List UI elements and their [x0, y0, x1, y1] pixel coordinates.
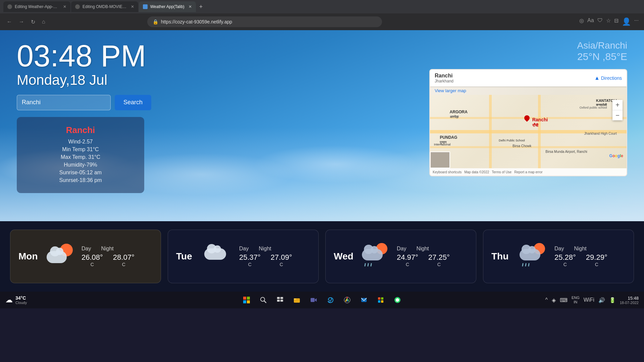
- forecast-temp-row-wed: 24.97° C 27.25° C: [397, 253, 450, 267]
- home-button[interactable]: ⌂: [41, 17, 47, 26]
- start-menu-button[interactable]: [240, 294, 253, 306]
- svg-rect-0: [243, 297, 246, 300]
- map-terms: Terms of Use: [492, 170, 512, 174]
- svg-rect-7: [280, 297, 283, 299]
- photos-button[interactable]: [374, 294, 387, 306]
- chrome-button[interactable]: [341, 294, 354, 306]
- map-thumbnail: [430, 152, 450, 168]
- forecast-night-temp-wed: 27.25° C: [428, 253, 450, 267]
- forecast-temp-row-thu: 25.28° C 29.29° C: [554, 253, 607, 267]
- file-explorer-icon: [293, 297, 300, 303]
- search-button[interactable]: Search: [115, 95, 151, 110]
- favorites-icon[interactable]: ☆: [606, 17, 611, 26]
- forecast-section: Mon Day Night 26.08° C: [0, 221, 644, 292]
- taskbar-weather-widget[interactable]: ☁ 34°C Cloudy: [5, 295, 27, 305]
- search-button-taskbar[interactable]: [257, 294, 270, 306]
- task-view-button[interactable]: [274, 294, 286, 306]
- reader-icon[interactable]: Aa: [587, 17, 594, 26]
- taskbar-condition: Cloudy: [15, 301, 27, 305]
- taskbar-clock[interactable]: 15:48 18-07-2022: [620, 296, 639, 305]
- url-box[interactable]: 🔒 https://cozy-cat-93059e.netlify.app: [147, 16, 382, 27]
- whatsapp-icon: [394, 297, 401, 303]
- svg-line-5: [264, 301, 266, 303]
- map-base: ARGORAअरगोड़ा PUNDAGपुन्दाग Ranchiराँची …: [430, 95, 627, 168]
- tab-1-close[interactable]: ✕: [63, 4, 66, 9]
- svg-rect-6: [277, 297, 280, 299]
- browser-chrome: Editing Weather-App-1-2/READ... ✕ Editin…: [0, 0, 644, 30]
- lang-top: ENG: [572, 296, 580, 300]
- edge-button[interactable]: [324, 294, 337, 306]
- volume-icon[interactable]: 🔊: [598, 297, 605, 303]
- cloud-rain-icon-thu: [520, 243, 546, 266]
- chrome-icon: [344, 297, 351, 303]
- whatsapp-button[interactable]: [391, 294, 404, 306]
- forecast-header-wed: Day Night: [397, 246, 450, 252]
- cloud-icon: [204, 243, 228, 260]
- tab-3-close[interactable]: ✕: [189, 4, 192, 9]
- right-panel: Asia/Ranchi 25°N ,85°E Ranchi Jharkhand: [429, 37, 627, 215]
- new-tab-button[interactable]: +: [197, 3, 206, 10]
- wifi-icon[interactable]: WiFi: [584, 297, 594, 303]
- forecast-card-tue: Tue Day Night 25.37° C 27.09°: [168, 230, 319, 283]
- tab-2[interactable]: Editing OMDB-MOVIE-APP-/RE... ✕: [71, 1, 138, 12]
- shield-icon[interactable]: 🛡: [597, 17, 603, 26]
- map-directions-link[interactable]: ▲ Directions: [594, 75, 622, 81]
- taskbar-weather-icon: ☁: [5, 296, 13, 304]
- cloud-sun-icon: [47, 243, 73, 263]
- language-indicator[interactable]: ENG IN: [572, 296, 580, 304]
- video-call-button[interactable]: [307, 294, 320, 306]
- forecast-night-header-wed: Night: [416, 246, 429, 252]
- map-keyboard-shortcuts: Keyboard shortcuts: [433, 170, 462, 174]
- collections-icon[interactable]: ⊟: [614, 17, 619, 26]
- forecast-night-header-thu: Night: [574, 246, 586, 252]
- refresh-button[interactable]: ↻: [30, 17, 37, 26]
- main-section: 03:48 PM Monday,18 Jul Search Ranchi Win…: [0, 30, 644, 221]
- map-label-ranchi: Ranchiराँची: [532, 117, 548, 128]
- profile-icon[interactable]: 👤: [622, 17, 631, 26]
- svg-rect-2: [243, 300, 246, 303]
- tab-3[interactable]: Weather App(Talib) ✕: [139, 1, 196, 12]
- file-explorer-button[interactable]: [290, 294, 303, 306]
- map-zoom-in-button[interactable]: +: [612, 100, 623, 110]
- rain-drop-3: [370, 263, 372, 266]
- weather-sunrise: Sunrise-05:12 am: [27, 170, 134, 176]
- rain-drop-thu-3: [528, 263, 530, 266]
- forecast-icon-mon: [47, 243, 73, 270]
- map-view-larger-link[interactable]: View larger map: [435, 88, 466, 93]
- mail-button[interactable]: [358, 294, 370, 306]
- forecast-day-tue: Tue: [176, 251, 196, 262]
- location-icon[interactable]: ◎: [579, 17, 584, 26]
- svg-rect-11: [294, 298, 296, 300]
- taskbar-date: 18-07-2022: [620, 301, 639, 305]
- city-search-input[interactable]: [17, 95, 111, 110]
- dropbox-icon: ◈: [552, 297, 556, 303]
- map-zoom-out-button[interactable]: −: [612, 110, 623, 120]
- tab-3-favicon: [143, 4, 148, 9]
- map-report: Report a map error: [514, 170, 542, 174]
- map-subtitle: Jharkhand: [435, 79, 453, 83]
- settings-icon[interactable]: ···: [634, 17, 639, 26]
- forecast-temps-wed: Day Night 24.97° C 27.25° C: [397, 246, 450, 267]
- rain-drop-thu-2: [525, 263, 527, 266]
- forecast-header-tue: Day Night: [239, 246, 292, 252]
- tab-3-label: Weather App(Talib): [150, 4, 184, 9]
- weather-humidity: Humidity-79%: [27, 162, 134, 168]
- weather-min-temp: Min Temp 31°C: [27, 146, 134, 153]
- forecast-day-header-tue: Day: [239, 246, 249, 252]
- back-button[interactable]: ←: [5, 17, 13, 26]
- forward-button[interactable]: →: [17, 17, 25, 26]
- map-google-logo: Google: [609, 154, 623, 158]
- tab-1[interactable]: Editing Weather-App-1-2/READ... ✕: [3, 1, 70, 12]
- system-tray-chevron[interactable]: ^: [545, 297, 548, 303]
- battery-icon: 🔋: [609, 297, 616, 303]
- tab-2-close[interactable]: ✕: [131, 4, 134, 9]
- forecast-day-temp-wed: 24.97° C: [397, 253, 418, 267]
- taskbar-right-tray: ^ ◈ ⌨ ENG IN WiFi 🔊 🔋 15:48 18-07-2022: [545, 296, 639, 305]
- forecast-temp-row-mon: 26.08° C 28.07° C: [82, 253, 135, 267]
- map-container[interactable]: Ranchi Jharkhand ▲ Directions View large…: [429, 69, 627, 176]
- taskbar-center-icons: [240, 294, 404, 306]
- search-icon: [260, 297, 267, 303]
- map-mockup: Ranchi Jharkhand ▲ Directions View large…: [430, 70, 627, 176]
- app-container: 03:48 PM Monday,18 Jul Search Ranchi Win…: [0, 30, 644, 362]
- mail-icon: [361, 297, 367, 303]
